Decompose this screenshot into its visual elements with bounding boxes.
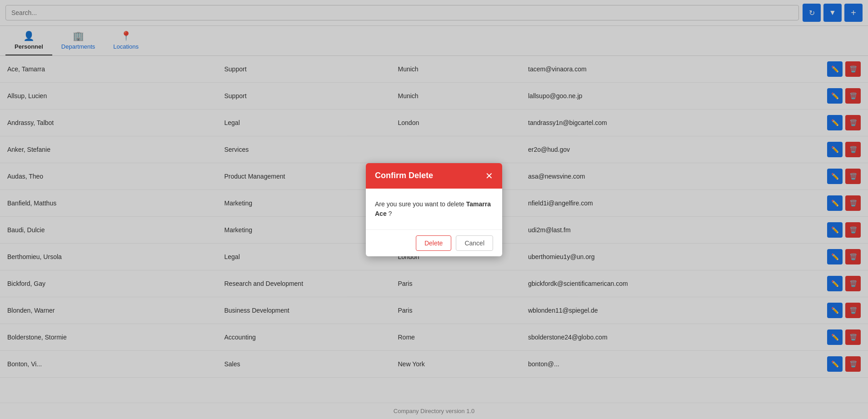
modal-overlay: Confirm Delete ✕ Are you sure you want t…: [0, 0, 868, 419]
modal-cancel-button[interactable]: Cancel: [456, 235, 493, 251]
modal-close-button[interactable]: ✕: [485, 170, 493, 181]
modal-title: Confirm Delete: [375, 171, 433, 180]
modal-header: Confirm Delete ✕: [366, 163, 502, 189]
modal-body: Are you sure you want to delete Tamarra …: [366, 189, 502, 229]
modal-footer: Delete Cancel: [366, 229, 502, 256]
confirm-delete-modal: Confirm Delete ✕ Are you sure you want t…: [366, 163, 502, 256]
modal-body-suffix: ?: [389, 210, 392, 217]
modal-body-prefix: Are you sure you want to delete: [375, 200, 464, 208]
modal-delete-button[interactable]: Delete: [416, 235, 451, 251]
